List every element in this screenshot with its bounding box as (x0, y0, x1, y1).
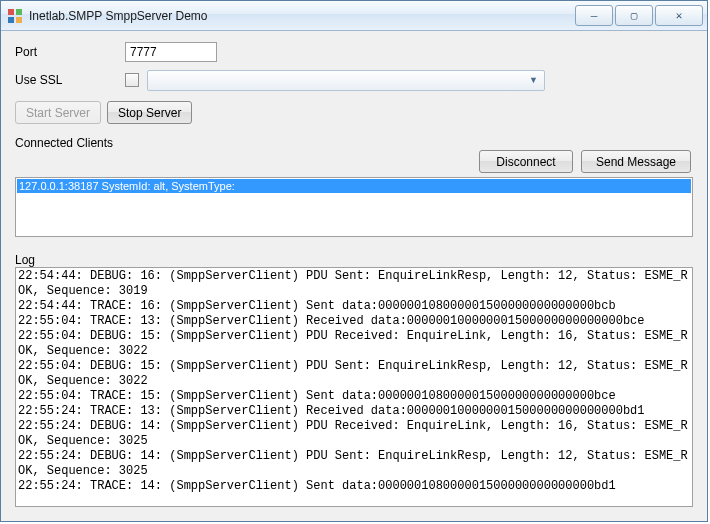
clients-panel: Connected Clients Disconnect Send Messag… (15, 130, 693, 237)
log-panel: Log 22:54:44: DEBUG: 16: (SmppServerClie… (15, 247, 693, 507)
minimize-button[interactable]: — (575, 5, 613, 26)
maximize-button[interactable]: ▢ (615, 5, 653, 26)
disconnect-button[interactable]: Disconnect (479, 150, 573, 173)
close-button[interactable]: ✕ (655, 5, 703, 26)
ssl-cert-combo[interactable]: ▼ (147, 70, 545, 91)
send-message-button[interactable]: Send Message (581, 150, 691, 173)
connected-clients-label: Connected Clients (15, 136, 693, 150)
clients-listbox[interactable]: 127.0.0.1:38187 SystemId: alt, SystemTyp… (15, 177, 693, 237)
log-label: Log (15, 253, 693, 267)
log-textarea[interactable]: 22:54:44: DEBUG: 16: (SmppServerClient) … (15, 267, 693, 507)
content-area: Port Use SSL ▼ Start Server Stop Server … (1, 31, 707, 521)
ssl-row: Use SSL ▼ (15, 69, 693, 91)
app-icon (7, 8, 23, 24)
ssl-label: Use SSL (15, 73, 125, 87)
title-bar[interactable]: Inetlab.SMPP SmppServer Demo — ▢ ✕ (1, 1, 707, 31)
clients-toolbar: Disconnect Send Message (15, 150, 693, 177)
window-title: Inetlab.SMPP SmppServer Demo (29, 9, 575, 23)
start-server-button[interactable]: Start Server (15, 101, 101, 124)
chevron-down-icon: ▼ (525, 75, 542, 85)
ssl-checkbox[interactable] (125, 73, 139, 87)
client-list-item[interactable]: 127.0.0.1:38187 SystemId: alt, SystemTyp… (17, 179, 691, 193)
app-window: Inetlab.SMPP SmppServer Demo — ▢ ✕ Port … (0, 0, 708, 522)
port-input[interactable] (125, 42, 217, 62)
server-buttons-row: Start Server Stop Server (15, 101, 693, 124)
port-label: Port (15, 45, 125, 59)
stop-server-button[interactable]: Stop Server (107, 101, 192, 124)
port-row: Port (15, 41, 693, 63)
